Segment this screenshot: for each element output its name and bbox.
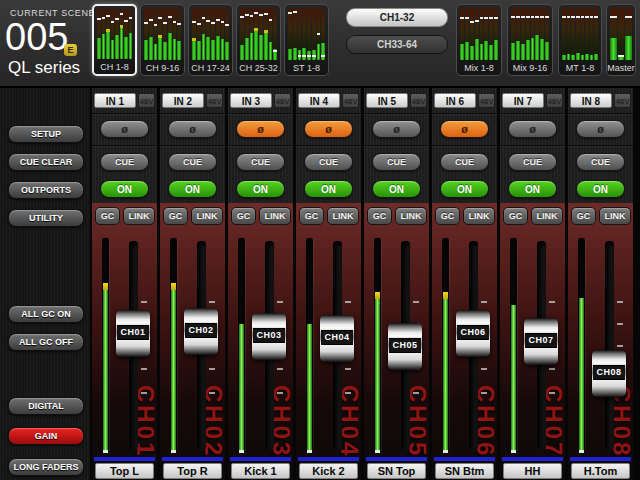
meter-bar (254, 8, 258, 60)
digital-button[interactable]: DIGITAL (8, 397, 84, 415)
meter-block-master[interactable]: Master (606, 4, 636, 76)
phase-button[interactable]: ø (576, 120, 625, 138)
phase-button[interactable]: ø (236, 120, 285, 138)
link-button[interactable]: LINK (191, 207, 223, 225)
all-gc-off-button[interactable]: ALL GC OFF (8, 333, 84, 351)
fader-cap[interactable]: CH08 (592, 350, 626, 397)
input-patch-button[interactable]: IN 2 (162, 93, 204, 108)
utility-button[interactable]: UTILITY (8, 209, 84, 227)
meter-bars (240, 8, 277, 60)
phantom-48v-button[interactable]: 48V (274, 93, 291, 108)
cue-button[interactable]: CUE (100, 153, 149, 171)
input-patch-button[interactable]: IN 1 (94, 93, 136, 108)
input-patch-button[interactable]: IN 6 (434, 93, 476, 108)
link-button[interactable]: LINK (531, 207, 563, 225)
gain-compensation-button[interactable]: GC (95, 207, 120, 225)
fader-cap[interactable]: CH04 (320, 315, 354, 362)
phantom-48v-button[interactable]: 48V (206, 93, 223, 108)
phase-button[interactable]: ø (304, 120, 353, 138)
phantom-48v-button[interactable]: 48V (410, 93, 427, 108)
fader-cap[interactable]: CH02 (184, 308, 218, 355)
channel-name-button[interactable]: Kick 2 (299, 463, 358, 479)
meter-block-ch-25-32[interactable]: CH 25-32 (236, 4, 281, 76)
on-button[interactable]: ON (372, 180, 421, 198)
fader-track[interactable] (605, 241, 614, 450)
meter-block-mix-9-16[interactable]: Mix 9-16 (507, 4, 553, 76)
channel-name-button[interactable]: SN Top (367, 463, 426, 479)
on-button[interactable]: ON (236, 180, 285, 198)
link-button[interactable]: LINK (395, 207, 427, 225)
meter-block-st-1-8[interactable]: ST 1-8 (284, 4, 329, 76)
gain-compensation-button[interactable]: GC (163, 207, 188, 225)
channel-name-button[interactable]: Top L (95, 463, 154, 479)
on-button[interactable]: ON (168, 180, 217, 198)
meter-block-ch-1-8[interactable]: CH 1-8 (92, 4, 137, 76)
input-patch-button[interactable]: IN 5 (366, 93, 408, 108)
meter-bar (480, 8, 484, 60)
channel-name-button[interactable]: H.Tom (571, 463, 630, 479)
on-button[interactable]: ON (576, 180, 625, 198)
fader-cap[interactable]: CH06 (456, 310, 490, 357)
fader-cap[interactable]: CH07 (524, 318, 558, 365)
link-button[interactable]: LINK (463, 207, 495, 225)
gain-compensation-button[interactable]: GC (571, 207, 596, 225)
input-patch-button[interactable]: IN 3 (230, 93, 272, 108)
long-faders-button[interactable]: LONG FADERS (8, 458, 84, 476)
phase-button[interactable]: ø (168, 120, 217, 138)
fader-cap[interactable]: CH03 (252, 313, 286, 360)
phantom-48v-button[interactable]: 48V (546, 93, 563, 108)
input-patch-button[interactable]: IN 7 (502, 93, 544, 108)
phantom-48v-button[interactable]: 48V (478, 93, 495, 108)
phantom-48v-button[interactable]: 48V (138, 93, 155, 108)
input-patch-button[interactable]: IN 8 (570, 93, 612, 108)
gain-compensation-button[interactable]: GC (367, 207, 392, 225)
setup-button[interactable]: SETUP (8, 125, 84, 143)
bank-ch33-64-button[interactable]: CH33-64 (346, 35, 448, 54)
cue-clear-button[interactable]: CUE CLEAR (8, 153, 84, 171)
phase-button[interactable]: ø (508, 120, 557, 138)
scene-number[interactable]: 005 (5, 18, 68, 56)
phantom-48v-button[interactable]: 48V (342, 93, 359, 108)
phantom-48v-button[interactable]: 48V (614, 93, 631, 108)
cue-button[interactable]: CUE (304, 153, 353, 171)
on-button[interactable]: ON (508, 180, 557, 198)
meter-block-ch-17-24[interactable]: CH 17-24 (188, 4, 233, 76)
link-button[interactable]: LINK (327, 207, 359, 225)
gain-compensation-button[interactable]: GC (503, 207, 528, 225)
fader-cap[interactable]: CH05 (388, 323, 422, 370)
phase-button[interactable]: ø (440, 120, 489, 138)
gain-button[interactable]: GAIN (8, 427, 84, 445)
cue-button[interactable]: CUE (576, 153, 625, 171)
outports-button[interactable]: OUTPORTS (8, 181, 84, 199)
meter-bar (540, 8, 544, 60)
channel-name-button[interactable]: Top R (163, 463, 222, 479)
on-button[interactable]: ON (100, 180, 149, 198)
meter-bar (259, 8, 263, 60)
cue-button[interactable]: CUE (440, 153, 489, 171)
input-patch-button[interactable]: IN 4 (298, 93, 340, 108)
all-gc-on-button[interactable]: ALL GC ON (8, 305, 84, 323)
meter-block-mix-1-8[interactable]: Mix 1-8 (456, 4, 502, 76)
bank-ch1-32-button[interactable]: CH1-32 (346, 8, 448, 27)
fader-cap[interactable]: CH01 (116, 310, 150, 357)
cue-button[interactable]: CUE (508, 153, 557, 171)
link-button[interactable]: LINK (123, 207, 155, 225)
on-button[interactable]: ON (440, 180, 489, 198)
meter-block-ch-9-16[interactable]: CH 9-16 (140, 4, 185, 76)
gain-compensation-button[interactable]: GC (435, 207, 460, 225)
meter-bar (571, 8, 575, 60)
cue-button[interactable]: CUE (372, 153, 421, 171)
link-button[interactable]: LINK (599, 207, 631, 225)
link-button[interactable]: LINK (259, 207, 291, 225)
cue-button[interactable]: CUE (236, 153, 285, 171)
channel-name-button[interactable]: SN Btm (435, 463, 494, 479)
meter-block-mt-1-8[interactable]: MT 1-8 (558, 4, 602, 76)
phase-button[interactable]: ø (100, 120, 149, 138)
channel-name-button[interactable]: Kick 1 (231, 463, 290, 479)
on-button[interactable]: ON (304, 180, 353, 198)
gain-compensation-button[interactable]: GC (299, 207, 324, 225)
channel-name-button[interactable]: HH (503, 463, 562, 479)
cue-button[interactable]: CUE (168, 153, 217, 171)
phase-button[interactable]: ø (372, 120, 421, 138)
gain-compensation-button[interactable]: GC (231, 207, 256, 225)
